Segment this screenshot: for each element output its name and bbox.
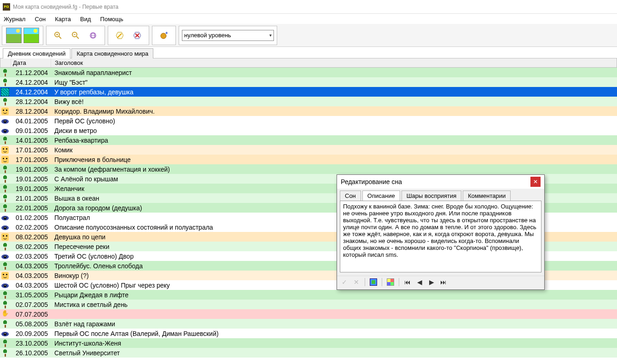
menu-map[interactable]: Карта [53,15,73,23]
menubar: Журнал Сон Карта Вид Помощь [0,14,617,24]
row-icon [0,213,10,222]
face-icon [1,108,9,115]
sel-icon [1,88,9,96]
svg-line-1 [59,36,61,39]
table-row[interactable]: 02.07.2005Мистика и светлый день [0,300,617,309]
hand-icon [1,311,9,318]
row-icon [0,280,10,290]
table-row[interactable]: 17.01.2005Комик [0,145,617,155]
table-row[interactable]: 31.05.2005Рыцари Джедая в лифте [0,290,617,300]
edit-dream-dialog: Редактирование сна ✕ Сон Описание Шары в… [337,174,545,290]
add-globe-button[interactable]: + [156,28,172,43]
row-icon [0,68,10,77]
dialog-tab-spheres[interactable]: Шары восприятия [402,191,462,201]
table-row[interactable]: 21.12.2004Знакомый парапланерист [0,68,617,77]
face-icon [1,156,9,163]
row-date: 02.07.2005 [10,301,51,308]
dialog-close-button[interactable]: ✕ [530,177,541,187]
table-row[interactable]: 14.01.2005Репбаза-квартира [0,135,617,145]
table-row[interactable]: 26.10.2005Светлый Университет [0,348,617,358]
tab-diary[interactable]: Дневник сновидений [3,48,70,58]
dialog-description-textarea[interactable] [340,201,541,272]
app-icon: FG [3,3,10,11]
row-icon [0,251,10,261]
delete-cell-button[interactable] [129,28,145,43]
dialog-prev-button[interactable]: ◀ [415,277,424,287]
dialog-tab-comments[interactable]: Комментарии [463,191,511,201]
level-select[interactable]: нулевой уровень [182,30,274,41]
edit-cell-button[interactable] [112,28,128,43]
table-row[interactable]: 04.01.2005Первй ОС (условно) [0,116,617,126]
row-date: 17.01.2005 [10,156,51,163]
table-row[interactable]: 20.09.2005Первый ОС после Алтая (Валерий… [0,329,617,338]
row-title: Взлёт над гаражами [51,320,617,328]
dialog-next-button[interactable]: ▶ [427,277,436,287]
table-row[interactable]: 24.12.2004Ищу "Бэст" [0,77,617,87]
table-row[interactable]: 23.10.2005Институт-школа-Женя [0,338,617,348]
row-icon [0,106,10,116]
table-row[interactable]: 28.12.2004Коридор. Владимир Михайлович. [0,106,617,116]
tree-icon [1,185,9,192]
dialog-map-button[interactable] [369,277,378,287]
table-row[interactable]: 05.08.2005Взлёт над гаражами [0,319,617,329]
row-title: Мистика и светлый день [51,301,617,308]
menu-help[interactable]: Помощь [99,15,125,23]
row-icon [0,309,10,319]
dialog-grid-button[interactable] [386,277,395,287]
tab-map[interactable]: Карта сновиденного мира [71,48,153,58]
dialog-tab-description[interactable]: Описание [362,191,400,201]
dialog-tabs: Сон Описание Шары восприятия Комментарии [337,189,544,201]
zoom-in-button[interactable] [50,28,66,43]
eye-icon [1,129,9,133]
header-icon-col[interactable] [0,58,11,67]
zoom-out-button[interactable] [68,28,83,43]
table-row[interactable]: 28.12.2004Вижу всё! [0,97,617,106]
table-row[interactable]: 09.01.2005Диски в метро [0,126,617,135]
menu-dream[interactable]: Сон [33,15,47,23]
dialog-first-button[interactable]: ⏮ [403,277,412,287]
toolbar-scene-alt-button[interactable] [23,28,39,43]
tree-icon [1,204,9,212]
row-date: 19.01.2005 [10,175,51,183]
row-icon [0,261,10,271]
row-date: 26.10.2005 [10,349,51,357]
row-icon [0,184,10,193]
row-icon [0,222,10,232]
tree-icon [1,320,9,328]
row-icon [0,271,10,280]
row-date: 02.03.2005 [10,253,51,260]
menu-journal[interactable]: Журнал [2,15,27,23]
dialog-titlebar[interactable]: Редактирование сна ✕ [337,175,544,189]
row-title: Первй ОС (условно) [51,117,617,125]
eye-icon [1,254,9,259]
table-row[interactable]: 07.07.2005 [0,309,617,319]
row-icon [0,126,10,135]
row-title: Рыцари Джедая в лифте [51,291,617,299]
row-title: У ворот репбазы, девушка [51,88,617,96]
row-date: 21.01.2005 [10,195,51,202]
row-date: 31.05.2005 [10,291,51,299]
table-header: Дата Заголовок [0,58,617,68]
table-row[interactable]: 19.01.2005За компом (дефрагментация и хо… [0,164,617,174]
toolbar-scene-day-button[interactable] [6,28,22,43]
header-date[interactable]: Дата [11,58,51,67]
eye-icon [1,332,9,336]
face-icon [1,272,9,279]
row-date: 09.01.2005 [10,127,51,134]
hex-grid-button[interactable] [85,28,101,43]
row-date: 22.01.2005 [10,204,51,212]
dialog-last-button[interactable]: ⏭ [439,277,448,287]
menu-view[interactable]: Вид [78,15,93,23]
dialog-tab-dream[interactable]: Сон [340,191,361,201]
dialog-cancel-button[interactable]: ✕ [352,277,361,287]
table-row[interactable]: 24.12.2004У ворот репбазы, девушка [0,87,617,97]
svg-line-5 [76,36,79,39]
header-title[interactable]: Заголовок [51,58,617,67]
row-icon [0,319,10,329]
table-row[interactable]: 17.01.2005Приключения в больнице [0,155,617,164]
tree-icon [1,175,9,183]
tree-icon [1,166,9,173]
row-date: 24.12.2004 [10,88,51,96]
row-icon [0,174,10,184]
dialog-confirm-button[interactable]: ✓ [340,277,349,287]
